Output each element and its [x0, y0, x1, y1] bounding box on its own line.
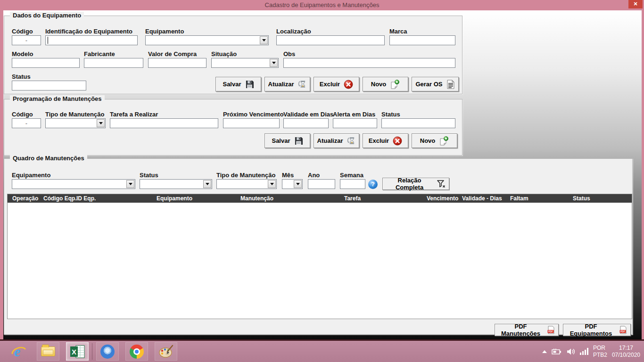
dropdown-button[interactable] — [97, 119, 105, 127]
pdf-manutencoes-button[interactable]: PDF Manutenções PDF — [495, 324, 559, 336]
help-icon: ? — [371, 181, 375, 188]
tipo-manutencao-combobox[interactable] — [45, 118, 106, 128]
equipamento-filter-label: Equipamento — [12, 172, 50, 179]
chrome-icon — [130, 345, 144, 359]
pdf-file-icon: PDF — [619, 326, 627, 334]
hourglass-refresh-icon — [347, 136, 355, 145]
close-button[interactable]: ✕ — [628, 0, 643, 8]
taskbar-item-file-explorer[interactable] — [37, 342, 59, 361]
column-header: Operação — [12, 194, 38, 203]
mes-filter-label: Mês — [282, 172, 294, 179]
situacao-combobox[interactable] — [211, 58, 279, 68]
taskbar-item-paint[interactable] — [155, 342, 177, 361]
valor-compra-field[interactable] — [148, 58, 206, 68]
modelo-field[interactable] — [12, 58, 80, 68]
taskbar-item-internet-explorer[interactable]: e — [8, 342, 30, 361]
novo-button[interactable]: Novo — [412, 133, 457, 148]
status-label: Status — [12, 73, 31, 80]
tarefa-field[interactable] — [110, 118, 218, 128]
window-title: Cadastro de Euipamentos e Manutenções — [0, 0, 644, 10]
help-button[interactable]: ? — [368, 180, 378, 189]
salvar-button[interactable]: Salvar — [264, 133, 310, 148]
salvar-button[interactable]: Salvar — [215, 77, 261, 91]
new-item-icon — [439, 136, 449, 146]
marca-field[interactable] — [389, 35, 455, 45]
svg-text:X: X — [72, 348, 76, 356]
situacao-label: Situação — [211, 50, 237, 58]
document-icon — [446, 80, 455, 89]
mes-filter-combobox[interactable] — [282, 179, 303, 189]
pdf-equipamentos-button[interactable]: PDF Equipamentos PDF — [563, 324, 631, 336]
group-dados-equipamento: Dados do Equipamento Código Identificaçã… — [4, 16, 462, 94]
group-quadro-manutencoes: Quadro de Manutenções Equipamento Status… — [4, 158, 633, 335]
novo-button[interactable]: Novo — [363, 77, 408, 91]
identificacao-label: Identificação do Equipamento — [45, 28, 132, 35]
chevron-down-icon — [99, 122, 103, 124]
status-filter-combobox[interactable] — [140, 179, 212, 189]
taskbar-item-chromium[interactable] — [96, 342, 119, 361]
column-header: Status — [573, 194, 590, 203]
codigo-label: Código — [12, 28, 33, 35]
validade-dias-field[interactable] — [283, 118, 329, 128]
excluir-button[interactable]: Excluir — [314, 77, 359, 91]
semana-filter-field[interactable] — [340, 179, 365, 189]
proximo-vencimento-field[interactable] — [223, 118, 280, 128]
gerar-os-button[interactable]: Gerar OS — [412, 77, 459, 91]
floppy-disk-icon — [294, 136, 303, 145]
equipamento-combobox[interactable] — [145, 35, 269, 45]
codigo-field[interactable] — [12, 35, 41, 45]
window-client-area: Dados do Equipamento Código Identificaçã… — [3, 10, 642, 339]
taskbar-item-excel-active[interactable]: X — [66, 342, 89, 361]
network-signal-icon[interactable] — [580, 348, 588, 355]
tipo-filter-label: Tipo de Manutenção — [216, 172, 275, 179]
dropdown-button[interactable] — [268, 180, 276, 188]
battery-icon[interactable] — [552, 348, 562, 355]
clock[interactable]: 17:17 07/10/2020 — [612, 345, 640, 359]
ano-filter-label: Ano — [308, 172, 320, 179]
close-icon: ✕ — [633, 1, 637, 7]
column-header: Equipamento — [157, 194, 192, 203]
language-indicator[interactable]: POR PTB2 — [593, 345, 607, 359]
status-field[interactable] — [381, 118, 455, 128]
group-programacao-manutencoes: Programação de Manutenções Código Tipo d… — [4, 99, 462, 156]
taskbar-item-chrome[interactable] — [125, 342, 148, 361]
column-header: Validade - Dias — [462, 194, 502, 203]
show-hidden-icons-button[interactable] — [542, 350, 547, 353]
atualizar-button[interactable]: Atualizar — [264, 77, 310, 91]
hourglass-refresh-icon — [297, 80, 306, 89]
excluir-button[interactable]: Excluir — [363, 133, 408, 148]
file-explorer-icon — [41, 346, 55, 356]
fabricante-field[interactable] — [84, 58, 143, 68]
codigo-field[interactable] — [12, 118, 41, 128]
dropdown-button[interactable] — [270, 59, 278, 67]
column-header: Vencimento — [427, 194, 458, 203]
chevron-down-icon — [272, 62, 276, 64]
relacao-completa-button[interactable]: Relação Completa — [382, 178, 449, 190]
dropdown-button[interactable] — [260, 36, 268, 44]
marca-label: Marca — [389, 28, 407, 35]
dropdown-button[interactable] — [294, 180, 302, 188]
filter-clear-icon — [437, 180, 446, 188]
alerta-dias-field[interactable] — [333, 118, 377, 128]
status-filter-label: Status — [140, 172, 158, 179]
dropdown-button[interactable] — [203, 180, 211, 188]
identificacao-field[interactable] — [45, 35, 138, 45]
chromium-icon — [100, 345, 115, 359]
chevron-down-icon — [270, 183, 274, 185]
status-field[interactable] — [12, 81, 86, 90]
equipamento-filter-combobox[interactable] — [12, 179, 135, 189]
maintenance-table: Operação Código Eqp. ID Eqp. Equipamento… — [7, 194, 632, 319]
tipo-filter-combobox[interactable] — [216, 179, 277, 189]
taskbar-separator — [92, 343, 92, 360]
volume-icon[interactable] — [567, 348, 575, 355]
svg-text:e: e — [14, 344, 20, 359]
dropdown-button[interactable] — [126, 180, 134, 188]
table-body-empty[interactable] — [8, 203, 632, 319]
localizacao-field[interactable] — [276, 35, 385, 45]
tray-date: 07/10/2020 — [612, 352, 640, 359]
obs-field[interactable] — [283, 58, 455, 68]
ano-filter-field[interactable] — [308, 179, 335, 189]
column-header: Manutenção — [240, 194, 273, 203]
taskbar: e X — [0, 341, 644, 362]
atualizar-button[interactable]: Atualizar — [314, 133, 359, 148]
